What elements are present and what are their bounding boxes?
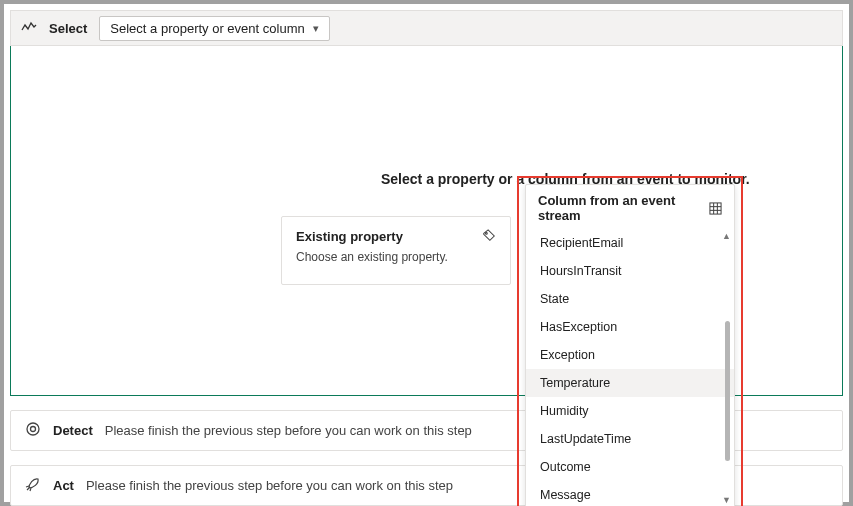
detect-icon	[25, 421, 41, 440]
tag-icon	[482, 229, 496, 243]
event-column-item[interactable]: Humidity	[526, 397, 734, 425]
event-column-panel-highlight: Column from an event stream ▲ Recipient	[517, 176, 743, 506]
existing-property-subtitle: Choose an existing property.	[296, 250, 496, 264]
scroll-down-icon[interactable]: ▼	[722, 495, 731, 505]
svg-point-2	[31, 427, 36, 432]
event-column-item[interactable]: LastUpdateTime	[526, 425, 734, 453]
existing-property-title: Existing property	[296, 229, 403, 244]
event-column-item-selected[interactable]: Temperature	[526, 369, 734, 397]
act-step-message: Please finish the previous step before y…	[86, 478, 453, 493]
scroll-up-icon[interactable]: ▲	[722, 231, 731, 241]
svg-rect-3	[710, 202, 721, 213]
detect-step-message: Please finish the previous step before y…	[105, 423, 472, 438]
act-step-title: Act	[53, 478, 74, 493]
event-column-item[interactable]: Exception	[526, 341, 734, 369]
event-column-item[interactable]: Message	[526, 481, 734, 506]
event-column-item[interactable]: Outcome	[526, 453, 734, 481]
event-column-item[interactable]: State	[526, 285, 734, 313]
svg-point-1	[27, 423, 39, 435]
table-icon	[709, 202, 722, 215]
event-column-item[interactable]: HoursInTransit	[526, 257, 734, 285]
event-column-title: Column from an event stream	[538, 193, 709, 223]
event-column-panel: Column from an event stream ▲ Recipient	[525, 184, 735, 506]
select-step-label: Select	[49, 21, 87, 36]
chevron-down-icon: ▾	[313, 22, 319, 35]
event-column-item[interactable]: RecipientEmail	[526, 229, 734, 257]
property-column-dropdown-text: Select a property or event column	[110, 21, 304, 36]
select-step-toolbar: Select Select a property or event column…	[10, 10, 843, 46]
event-column-list: ▲ RecipientEmail HoursInTransit State Ha…	[526, 229, 734, 506]
select-step-icon	[21, 20, 37, 36]
property-column-dropdown[interactable]: Select a property or event column ▾	[99, 16, 329, 41]
svg-point-0	[486, 233, 488, 235]
existing-property-card[interactable]: Existing property Choose an existing pro…	[281, 216, 511, 285]
detect-step-title: Detect	[53, 423, 93, 438]
event-column-item[interactable]: HasException	[526, 313, 734, 341]
rocket-icon	[25, 476, 41, 495]
scrollbar-thumb[interactable]	[725, 321, 730, 461]
